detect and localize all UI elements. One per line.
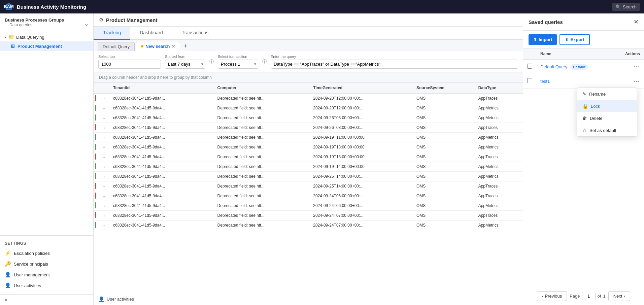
page-info: Page of 1 bbox=[570, 292, 605, 300]
query-input[interactable] bbox=[271, 60, 518, 69]
row-arrow-cell[interactable]: → bbox=[100, 113, 110, 123]
sidebar-item-product-management[interactable]: ⊞ Product Management bbox=[0, 41, 93, 51]
table-row: → c68328ec-3041-41d5-9da4... Deprecated … bbox=[94, 172, 523, 181]
row-arrow-cell[interactable]: → bbox=[100, 93, 110, 103]
row-arrow-cell[interactable]: → bbox=[100, 123, 110, 133]
settings-item-activities-label: User activities bbox=[14, 283, 41, 288]
row-tenant: c68328ec-3041-41d5-9da4... bbox=[110, 93, 214, 103]
row-datatype: AppMetrics bbox=[475, 162, 523, 172]
table-row: → c68328ec-3041-41d5-9da4... Deprecated … bbox=[94, 103, 523, 113]
sidebar: Business Processes Groups Data queries ⌄… bbox=[0, 13, 94, 305]
arrow-right-icon[interactable]: → bbox=[102, 164, 106, 169]
query-test1-checkbox[interactable] bbox=[527, 78, 532, 83]
transaction-select[interactable]: Process 1 Process 2 Process 3 bbox=[218, 60, 258, 69]
arrow-right-icon[interactable]: → bbox=[102, 174, 106, 179]
total-pages: 1 bbox=[603, 294, 605, 299]
arrow-right-icon[interactable]: → bbox=[102, 96, 106, 101]
context-menu-lock[interactable]: 🔒 Lock bbox=[577, 100, 637, 112]
settings-item-activities[interactable]: 👤 User activities bbox=[0, 280, 93, 291]
context-menu-set-default[interactable]: ☆ Set as default bbox=[577, 124, 637, 136]
query-test1-name-link[interactable]: test1 bbox=[540, 79, 550, 84]
col-time[interactable]: TimeGenerated bbox=[310, 83, 413, 93]
set-default-icon: ☆ bbox=[582, 128, 587, 133]
tab-tracking[interactable]: Tracking bbox=[94, 27, 130, 40]
row-arrow-cell[interactable]: → bbox=[100, 201, 110, 211]
next-button[interactable]: Next › bbox=[608, 291, 630, 301]
row-datatype: AppMetrics bbox=[475, 133, 523, 142]
row-tenant: c68328ec-3041-41d5-9da4... bbox=[110, 133, 214, 142]
started-from-select[interactable]: Last 7 days Last 30 days Last 90 days Cu… bbox=[165, 60, 205, 69]
query-default-checkbox[interactable] bbox=[527, 64, 532, 69]
row-indicator-cell bbox=[94, 172, 100, 181]
arrow-right-icon[interactable]: → bbox=[102, 223, 106, 228]
query-tab-close-button[interactable]: ✕ bbox=[172, 44, 175, 49]
sidebar-toggle[interactable]: ⌄ bbox=[84, 21, 89, 27]
green-indicator bbox=[95, 222, 96, 228]
context-menu-rename[interactable]: ✎ Rename bbox=[577, 88, 637, 100]
tab-transactions[interactable]: Transactions bbox=[172, 27, 218, 40]
previous-button[interactable]: ‹ Previous bbox=[537, 291, 567, 301]
col-arrow bbox=[100, 83, 110, 93]
col-computer[interactable]: Computer bbox=[214, 83, 310, 93]
arrow-right-icon[interactable]: → bbox=[102, 155, 106, 160]
row-source: OMS bbox=[413, 181, 475, 191]
query-tab-new-search[interactable]: New search ✕ bbox=[136, 42, 180, 51]
add-tab-button[interactable]: + bbox=[181, 43, 189, 50]
row-arrow-cell[interactable]: → bbox=[100, 211, 110, 221]
col-datatype[interactable]: DataType bbox=[475, 83, 523, 93]
query-test1-action-menu[interactable]: ⋯ bbox=[634, 78, 640, 84]
arrow-right-icon[interactable]: → bbox=[102, 115, 106, 121]
arrow-right-icon[interactable]: → bbox=[102, 106, 106, 111]
row-tenant: c68328ec-3041-41d5-9da4... bbox=[110, 162, 214, 172]
import-button[interactable]: ⬆ Import bbox=[529, 34, 557, 45]
row-arrow-cell[interactable]: → bbox=[100, 162, 110, 172]
settings-item-escalation[interactable]: ⚡ Escalation policies bbox=[0, 248, 93, 259]
context-menu-delete[interactable]: 🗑 Delete bbox=[577, 112, 637, 124]
context-menu: ✎ Rename 🔒 Lock 🗑 Delete ☆ Set as defaul… bbox=[577, 88, 637, 137]
row-arrow-cell[interactable]: → bbox=[100, 142, 110, 152]
row-arrow-cell[interactable]: → bbox=[100, 172, 110, 181]
row-arrow-cell[interactable]: → bbox=[100, 191, 110, 201]
settings-item-service[interactable]: 🔑 Service principals bbox=[0, 259, 93, 269]
col-tenantid[interactable]: TenantId bbox=[110, 83, 214, 93]
query-default-name-link[interactable]: Default Query bbox=[540, 64, 567, 69]
search-icon: 🔍 bbox=[615, 4, 621, 9]
page-input[interactable] bbox=[582, 292, 596, 300]
arrow-right-icon[interactable]: → bbox=[102, 203, 106, 208]
row-computer: Deprecated field: see htt... bbox=[214, 93, 310, 103]
arrow-right-icon[interactable]: → bbox=[102, 213, 106, 218]
export-button[interactable]: ⬇ Export bbox=[560, 34, 589, 45]
row-arrow-cell[interactable]: → bbox=[100, 181, 110, 191]
row-time: 2024-09-19T11:00:00+00:00 bbox=[310, 133, 413, 142]
queries-col-check bbox=[523, 49, 536, 59]
arrow-right-icon[interactable]: → bbox=[102, 125, 106, 130]
row-computer: Deprecated field: see htt... bbox=[214, 181, 310, 191]
bottom-user-activities[interactable]: 👤 User activities bbox=[98, 296, 134, 302]
arrow-right-icon[interactable]: → bbox=[102, 145, 106, 150]
panel-close-button[interactable]: ✕ bbox=[634, 18, 639, 26]
row-arrow-cell[interactable]: → bbox=[100, 103, 110, 113]
search-bar[interactable]: 🔍 Search bbox=[612, 3, 640, 11]
query-tab-default[interactable]: Default Query bbox=[98, 42, 135, 51]
settings-item-users[interactable]: 👤 User management bbox=[0, 269, 93, 280]
tab-dashboard[interactable]: Dashboard bbox=[130, 27, 172, 40]
collapse-button[interactable]: « bbox=[5, 297, 89, 302]
query-default-action-menu[interactable]: ⋯ bbox=[634, 63, 640, 70]
arrow-right-icon[interactable]: → bbox=[102, 194, 106, 199]
filter-query: Enter the query bbox=[271, 55, 518, 69]
sidebar-group-header[interactable]: ▾ 📁 Data Querying bbox=[0, 33, 93, 41]
arrow-right-icon[interactable]: → bbox=[102, 135, 106, 140]
col-source[interactable]: SourceSystem bbox=[413, 83, 475, 93]
arrow-right-icon[interactable]: → bbox=[102, 184, 106, 189]
row-time: 2024-09-19T13:00:00+00:00 bbox=[310, 142, 413, 152]
select-top-input[interactable] bbox=[98, 60, 161, 69]
row-arrow-cell[interactable]: → bbox=[100, 221, 110, 230]
row-time: 2024-09-26T08:00:00+00:... bbox=[310, 123, 413, 133]
rename-icon: ✎ bbox=[582, 91, 586, 97]
sidebar-group-label: Data Querying bbox=[16, 35, 44, 40]
row-arrow-cell[interactable]: → bbox=[100, 133, 110, 142]
bottom-user-label: User activities bbox=[107, 297, 134, 302]
row-indicator-cell bbox=[94, 103, 100, 113]
row-arrow-cell[interactable]: → bbox=[100, 152, 110, 162]
context-menu-delete-label: Delete bbox=[590, 116, 603, 121]
